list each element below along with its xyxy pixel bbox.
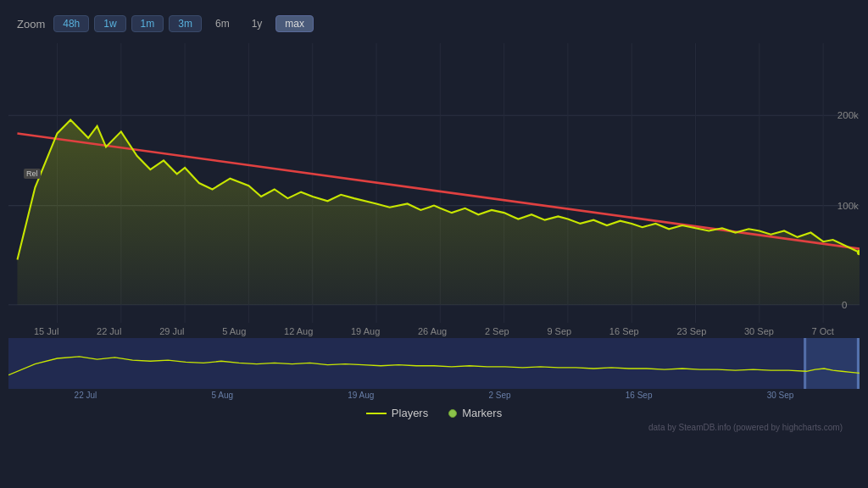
svg-rect-25 (806, 338, 860, 389)
navigator-svg (8, 338, 860, 389)
zoom-3m[interactable]: 3m (169, 15, 202, 32)
x-label-7: 2 Sep (485, 326, 509, 336)
players-label: Players (392, 407, 428, 419)
svg-rect-24 (8, 338, 860, 389)
x-label-9: 16 Sep (609, 326, 639, 336)
svg-text:200k: 200k (837, 109, 859, 120)
x-axis-main: 15 Jul 22 Jul 29 Jul 5 Aug 12 Aug 19 Aug… (8, 323, 860, 336)
x-label-10: 23 Sep (676, 326, 706, 336)
legend-players: Players (366, 407, 428, 419)
x-label-11: 30 Sep (744, 326, 774, 336)
nav-x-0: 22 Jul (75, 391, 97, 400)
nav-x-3: 2 Sep (488, 391, 510, 400)
x-label-0: 15 Jul (34, 326, 58, 336)
svg-rect-26 (804, 338, 806, 389)
zoom-1w[interactable]: 1w (94, 15, 125, 32)
x-axis-nav: 22 Jul 5 Aug 19 Aug 2 Sep 16 Sep 30 Sep (8, 389, 860, 400)
x-label-1: 22 Jul (97, 326, 121, 336)
x-label-6: 26 Aug (418, 326, 447, 336)
zoom-bar: Zoom 48h 1w 1m 3m 6m 1y max (8, 8, 860, 39)
nav-x-1: 5 Aug (211, 391, 233, 400)
svg-text:100k: 100k (837, 200, 859, 211)
svg-rect-27 (857, 338, 860, 389)
x-label-8: 9 Sep (547, 326, 571, 336)
zoom-max[interactable]: max (275, 15, 314, 32)
zoom-1m[interactable]: 1m (131, 15, 164, 32)
x-label-4: 12 Aug (284, 326, 313, 336)
legend: Players Markers (8, 400, 860, 423)
attribution: data by SteamDB.info (powered by highcha… (8, 423, 860, 435)
zoom-48h[interactable]: 48h (53, 15, 89, 32)
svg-text:0: 0 (842, 299, 847, 310)
x-label-12: 7 Oct (812, 326, 834, 336)
nav-x-2: 19 Aug (348, 391, 374, 400)
nav-x-4: 16 Sep (626, 391, 653, 400)
x-label-2: 29 Jul (159, 326, 184, 336)
x-label-5: 19 Aug (351, 326, 380, 336)
rel-marker: Rel (24, 169, 41, 179)
main-chart: Rel (8, 43, 860, 323)
chart-container: Zoom 48h 1w 1m 3m 6m 1y max Rel (0, 0, 868, 488)
markers-dot-icon (448, 409, 457, 418)
zoom-1y[interactable]: 1y (243, 16, 271, 31)
x-label-3: 5 Aug (222, 326, 246, 336)
zoom-6m[interactable]: 6m (207, 16, 238, 31)
markers-label: Markers (462, 407, 502, 419)
navigator-chart[interactable] (8, 338, 860, 389)
zoom-label: Zoom (17, 18, 45, 30)
players-line-icon (366, 413, 387, 414)
nav-x-5: 30 Sep (767, 391, 794, 400)
legend-markers: Markers (448, 407, 502, 419)
main-chart-svg: 200k 100k 0 (8, 43, 860, 323)
